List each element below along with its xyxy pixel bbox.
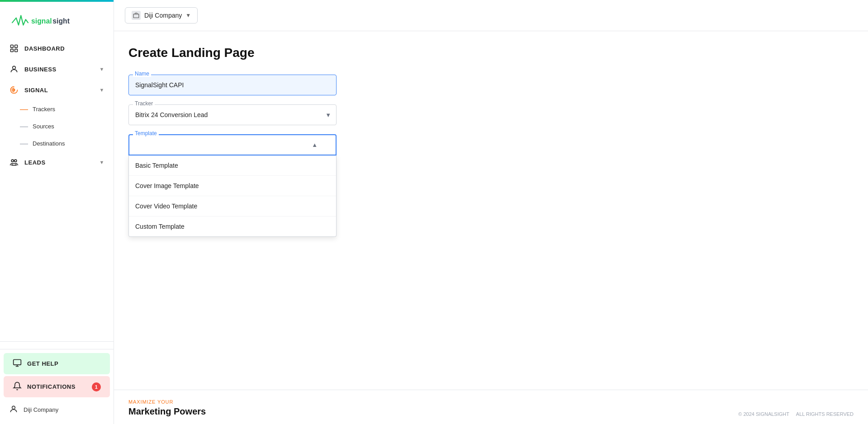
tracker-label: Tracker xyxy=(133,100,155,107)
footer-copyright: © 2024 SIGNALSIGHT ALL RIGHTS RESERVED xyxy=(733,411,854,417)
get-help-icon xyxy=(13,358,22,369)
footer-tagline: MAXIMIZE YOUR Marketing Powers xyxy=(128,399,206,417)
svg-point-11 xyxy=(12,406,15,409)
template-option-basic[interactable]: Basic Template xyxy=(129,155,336,176)
sidebar-item-business[interactable]: BUSINESS ▼ xyxy=(0,59,114,80)
logo-area: signal sight xyxy=(0,2,114,34)
name-input[interactable] xyxy=(128,75,337,95)
business-icon xyxy=(9,64,19,74)
sidebar-item-destinations-label: Destinations xyxy=(33,140,65,147)
sidebar-item-dashboard[interactable]: DASHBOARD xyxy=(0,38,114,59)
name-label: Name xyxy=(133,71,151,77)
page-title: Create Landing Page xyxy=(128,46,854,60)
template-dropdown-menu: Basic Template Cover Image Template Cove… xyxy=(128,155,337,237)
company-selector[interactable]: Diji Company ▼ xyxy=(125,7,198,24)
leads-icon xyxy=(9,157,19,167)
company-icon xyxy=(132,11,141,20)
user-item[interactable]: Diji Company xyxy=(0,399,114,420)
sidebar-item-signal-label: SIGNAL xyxy=(24,87,48,94)
svg-rect-12 xyxy=(133,14,139,18)
svg-rect-3 xyxy=(15,45,18,48)
sidebar-item-leads[interactable]: LEADS ▼ xyxy=(0,152,114,173)
name-field-group: Name xyxy=(128,75,337,95)
svg-rect-2 xyxy=(11,45,14,48)
rights-text: ALL RIGHTS RESERVED xyxy=(796,411,854,417)
tracker-select-wrapper: Bitrix 24 Conversion Lead ▼ xyxy=(128,104,337,125)
company-name: Diji Company xyxy=(144,12,182,19)
svg-text:sight: sight xyxy=(52,17,70,25)
dashboard-icon xyxy=(9,43,19,53)
template-field-group: Template ▲ Basic Template Cover Image Te… xyxy=(128,134,337,155)
sidebar: signal sight DASHBOARD xyxy=(0,0,114,424)
svg-point-7 xyxy=(13,89,14,90)
sidebar-item-dashboard-label: DASHBOARD xyxy=(24,45,65,52)
company-chevron-icon: ▼ xyxy=(185,12,191,19)
svg-point-6 xyxy=(13,66,16,69)
svg-rect-4 xyxy=(11,49,14,52)
notifications-item[interactable]: NOTIFICATIONS 1 xyxy=(4,376,110,397)
svg-point-8 xyxy=(11,160,14,162)
tracker-select[interactable]: Bitrix 24 Conversion Lead xyxy=(128,104,337,125)
template-input[interactable]: ▲ xyxy=(128,134,337,155)
footer-tagline-large: Marketing Powers xyxy=(128,406,206,417)
sidebar-item-sources[interactable]: — Sources xyxy=(0,118,114,135)
dash-icon-sources: — xyxy=(20,122,28,130)
sidebar-bottom: GET HELP NOTIFICATIONS 1 Diji Company xyxy=(0,341,114,424)
template-option-cover-video[interactable]: Cover Video Template xyxy=(129,196,336,217)
sidebar-item-leads-label: LEADS xyxy=(24,159,46,166)
logo: signal sight xyxy=(9,10,72,30)
tracker-field-group: Tracker Bitrix 24 Conversion Lead ▼ xyxy=(128,104,337,125)
sidebar-item-trackers-label: Trackers xyxy=(33,106,55,113)
svg-rect-10 xyxy=(14,360,21,365)
notifications-icon xyxy=(13,382,22,392)
get-help-item[interactable]: GET HELP xyxy=(4,353,110,374)
dash-icon-trackers: — xyxy=(20,105,28,113)
page-footer: MAXIMIZE YOUR Marketing Powers © 2024 SI… xyxy=(114,390,868,424)
sidebar-item-business-label: BUSINESS xyxy=(24,66,57,73)
dash-icon-destinations: — xyxy=(20,139,28,147)
get-help-label: GET HELP xyxy=(27,360,58,367)
sidebar-item-sources-label: Sources xyxy=(33,123,54,130)
template-dropdown-container: ▲ Basic Template Cover Image Template Co… xyxy=(128,134,337,155)
sidebar-divider xyxy=(0,349,114,349)
notification-badge: 1 xyxy=(92,382,101,391)
footer-bottom: MAXIMIZE YOUR Marketing Powers © 2024 SI… xyxy=(114,390,868,424)
chevron-down-icon-leads: ▼ xyxy=(100,160,104,165)
sidebar-item-signal[interactable]: SIGNAL ▼ xyxy=(0,80,114,100)
chevron-down-icon-signal: ▼ xyxy=(100,87,104,93)
signal-icon xyxy=(9,85,19,95)
user-icon xyxy=(9,405,18,415)
notifications-label: NOTIFICATIONS xyxy=(27,383,76,390)
sidebar-item-destinations[interactable]: — Destinations xyxy=(0,135,114,152)
top-bar: Diji Company ▼ xyxy=(114,0,868,31)
template-option-custom[interactable]: Custom Template xyxy=(129,217,336,236)
page-body: Create Landing Page Name Tracker Bitrix … xyxy=(114,31,868,390)
template-option-cover-image[interactable]: Cover Image Template xyxy=(129,176,336,196)
copyright-text: © 2024 SIGNALSIGHT xyxy=(738,411,789,417)
sidebar-nav: DASHBOARD BUSINESS ▼ SIGNAL xyxy=(0,34,114,341)
main-content: Diji Company ▼ Create Landing Page Name … xyxy=(114,0,868,424)
template-label: Template xyxy=(133,130,159,137)
svg-rect-5 xyxy=(15,49,18,52)
svg-text:signal: signal xyxy=(31,17,52,25)
chevron-down-icon: ▼ xyxy=(100,66,104,72)
form-section: Name Tracker Bitrix 24 Conversion Lead ▼… xyxy=(128,75,337,155)
footer-tagline-small: MAXIMIZE YOUR xyxy=(128,399,206,405)
template-arrow-icon: ▲ xyxy=(312,141,318,148)
sidebar-item-trackers[interactable]: — Trackers xyxy=(0,100,114,118)
svg-point-9 xyxy=(14,160,17,162)
user-company-label: Diji Company xyxy=(24,406,58,413)
